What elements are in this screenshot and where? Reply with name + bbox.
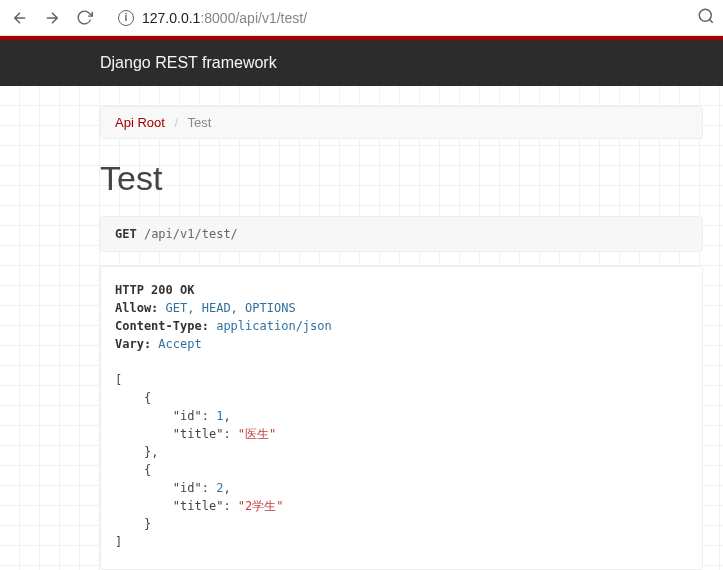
request-method: GET <box>115 227 137 241</box>
url-text: 127.0.0.1:8000/api/v1/test/ <box>142 10 307 26</box>
json-key-title: "title" <box>173 427 224 441</box>
json-key-id: "id" <box>173 481 202 495</box>
request-path: /api/v1/test/ <box>144 227 238 241</box>
svg-point-0 <box>699 9 711 21</box>
header-allow-val: GET, HEAD, OPTIONS <box>166 301 296 315</box>
page-title: Test <box>100 159 703 198</box>
json-key-title: "title" <box>173 499 224 513</box>
forward-button[interactable] <box>40 6 64 30</box>
json-val-title-0: "医生" <box>238 427 276 441</box>
json-key-id: "id" <box>173 409 202 423</box>
header-vary-key: Vary: <box>115 337 151 351</box>
address-bar[interactable]: i 127.0.0.1:8000/api/v1/test/ <box>110 4 689 32</box>
breadcrumb-separator: / <box>169 115 185 130</box>
breadcrumb: Api Root / Test <box>100 106 703 139</box>
page-content: Django REST framework Api Root / Test Te… <box>0 36 723 570</box>
json-val-title-1: "2学生" <box>238 499 284 513</box>
browser-toolbar: i 127.0.0.1:8000/api/v1/test/ <box>0 0 723 36</box>
back-button[interactable] <box>8 6 32 30</box>
header-vary-val: Accept <box>158 337 201 351</box>
breadcrumb-root-link[interactable]: Api Root <box>115 115 165 130</box>
info-icon[interactable]: i <box>118 10 134 26</box>
header-allow-key: Allow: <box>115 301 158 315</box>
main-content: Api Root / Test Test GET /api/v1/test/ H… <box>0 86 723 570</box>
navbar: Django REST framework <box>0 40 723 86</box>
navbar-brand[interactable]: Django REST framework <box>100 54 277 72</box>
request-info: GET /api/v1/test/ <box>100 216 703 252</box>
header-ct-val: application/json <box>216 319 332 333</box>
reload-button[interactable] <box>72 6 96 30</box>
header-ct-key: Content-Type: <box>115 319 209 333</box>
status-line: HTTP 200 OK <box>115 283 194 297</box>
response-body: HTTP 200 OK Allow: GET, HEAD, OPTIONS Co… <box>100 266 703 570</box>
breadcrumb-current: Test <box>188 115 212 130</box>
search-icon[interactable] <box>697 7 715 29</box>
